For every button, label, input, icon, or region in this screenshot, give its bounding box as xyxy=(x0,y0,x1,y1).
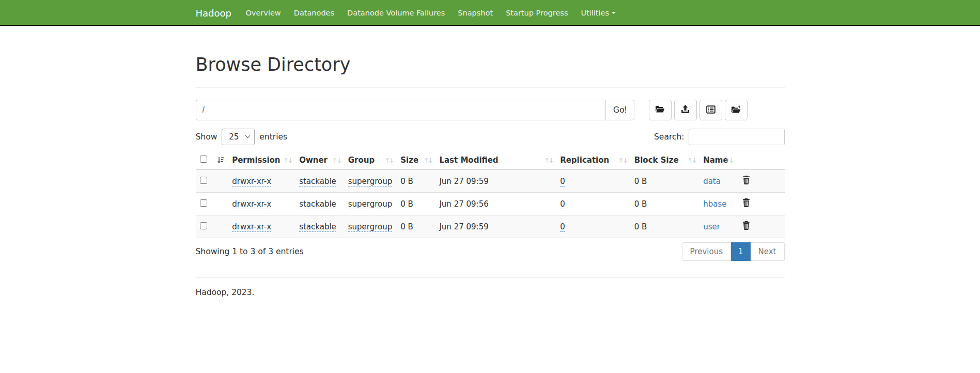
table-info: Showing 1 to 3 of 3 entries xyxy=(196,247,304,256)
size-value: 0 B xyxy=(400,222,413,231)
move-directory-button[interactable] xyxy=(725,100,748,120)
pagination-previous-button[interactable]: Previous xyxy=(682,242,731,261)
column-label: Block Size xyxy=(634,156,679,165)
folder-open-icon xyxy=(655,105,665,115)
permission-editable[interactable]: drwxr-xr-x xyxy=(232,177,271,186)
column-header-name[interactable]: Name↑↓ xyxy=(699,151,736,169)
page-length-control: Show 25 entries xyxy=(196,129,288,145)
replication-editable[interactable]: 0 xyxy=(560,199,565,209)
column-header-last-modified[interactable]: Last Modified↑↓ xyxy=(435,151,556,169)
datatable-footer: Showing 1 to 3 of 3 entries Previous 1 N… xyxy=(196,242,785,261)
column-label: Replication xyxy=(560,156,609,165)
delete-button[interactable] xyxy=(740,176,750,184)
table-row: drwxr-xr-x stackable supergroup 0 B Jun … xyxy=(196,215,785,238)
navbar-brand[interactable]: Hadoop xyxy=(188,8,239,19)
permission-editable[interactable]: drwxr-xr-x xyxy=(232,222,271,232)
explorer-action-buttons xyxy=(649,100,748,120)
search-input[interactable] xyxy=(689,129,785,145)
nav-item-datanodes[interactable]: Datanodes xyxy=(287,0,340,26)
list-alt-icon xyxy=(706,105,715,115)
top-navbar: Hadoop Overview Datanodes Datanode Volum… xyxy=(0,0,980,26)
group-editable[interactable]: supergroup xyxy=(348,199,393,209)
group-editable[interactable]: supergroup xyxy=(348,222,393,232)
trash-icon xyxy=(742,201,750,209)
column-header-owner[interactable]: Owner↑↓ xyxy=(295,151,344,169)
column-label: Owner xyxy=(299,156,328,165)
create-directory-button[interactable] xyxy=(649,100,672,120)
directory-link[interactable]: user xyxy=(703,222,720,231)
search-label: Search: xyxy=(654,132,684,142)
folder-move-icon xyxy=(731,105,741,115)
group-editable[interactable]: supergroup xyxy=(348,177,393,186)
permission-editable[interactable]: drwxr-xr-x xyxy=(232,199,271,209)
directory-link[interactable]: data xyxy=(703,177,721,186)
sort-both-icon: ↑↓ xyxy=(423,157,432,164)
path-input-group: Go! xyxy=(196,100,634,120)
sort-both-icon: ↑↓ xyxy=(544,157,553,164)
nav-item-utilities-label: Utilities xyxy=(581,9,609,17)
search-control: Search: xyxy=(654,129,784,145)
table-row: drwxr-xr-x stackable supergroup 0 B Jun … xyxy=(196,193,785,215)
last-modified-value: Jun 27 09:56 xyxy=(439,199,488,209)
column-label: Group xyxy=(348,156,375,165)
column-header-size[interactable]: Size↑↓ xyxy=(396,151,435,169)
column-label: Last Modified xyxy=(439,156,498,165)
navbar-links: Overview Datanodes Datanode Volume Failu… xyxy=(239,0,623,26)
select-all-checkbox[interactable] xyxy=(200,156,207,163)
delete-button[interactable] xyxy=(740,198,750,207)
nav-item-utilities[interactable]: Utilities xyxy=(574,0,623,26)
last-modified-value: Jun 27 09:59 xyxy=(439,222,488,231)
table-row: drwxr-xr-x stackable supergroup 0 B Jun … xyxy=(196,169,785,193)
row-select-checkbox[interactable] xyxy=(200,199,207,207)
column-header-permission[interactable]: Permission↑↓ xyxy=(228,151,295,169)
nav-item-datanode-volume-failures[interactable]: Datanode Volume Failures xyxy=(341,0,452,26)
table-header-row: Permission↑↓ Owner↑↓ Group↑↓ Size↑↓ Last… xyxy=(196,151,785,169)
page-header: Browse Directory xyxy=(196,54,785,88)
explorer-path-row: Go! xyxy=(196,100,785,120)
owner-editable[interactable]: stackable xyxy=(299,177,336,186)
sort-both-icon: ↑↓ xyxy=(687,157,696,164)
replication-editable[interactable]: 0 xyxy=(560,222,565,232)
column-header-actions xyxy=(736,151,785,169)
sort-both-icon: ↑↓ xyxy=(618,157,627,164)
owner-editable[interactable]: stackable xyxy=(299,199,336,209)
nav-item-startup-progress[interactable]: Startup Progress xyxy=(500,0,574,26)
directory-link[interactable]: hbase xyxy=(703,199,726,209)
column-header-group[interactable]: Group↑↓ xyxy=(344,151,396,169)
block-size-value: 0 B xyxy=(634,177,647,186)
row-select-checkbox[interactable] xyxy=(200,177,207,184)
replication-editable[interactable]: 0 xyxy=(560,177,565,186)
datatable-controls: Show 25 entries Search: xyxy=(196,129,785,145)
show-label: Show xyxy=(196,132,217,142)
directory-path-input[interactable] xyxy=(196,100,606,120)
column-header-block-size[interactable]: Block Size↑↓ xyxy=(630,151,699,169)
go-button[interactable]: Go! xyxy=(605,100,634,120)
footer-text: Hadoop, 2023. xyxy=(196,288,785,297)
pagination: Previous 1 Next xyxy=(682,242,785,261)
upload-icon xyxy=(681,105,690,115)
size-value: 0 B xyxy=(400,199,413,209)
upload-file-button[interactable] xyxy=(674,100,697,120)
sort-amount-asc-icon xyxy=(217,157,224,164)
pagination-page-1-button[interactable]: 1 xyxy=(731,242,751,261)
column-header-replication[interactable]: Replication↑↓ xyxy=(556,151,630,169)
pagination-next-button[interactable]: Next xyxy=(751,242,785,261)
sort-both-icon: ↑↓ xyxy=(724,157,733,164)
select-all-header[interactable] xyxy=(196,151,228,169)
size-value: 0 B xyxy=(400,177,413,186)
row-select-checkbox[interactable] xyxy=(200,222,207,229)
nav-item-overview[interactable]: Overview xyxy=(239,0,287,26)
page-length-select[interactable]: 25 xyxy=(222,129,255,145)
delete-button[interactable] xyxy=(740,221,750,230)
entries-label: entries xyxy=(259,132,287,142)
column-label: Size xyxy=(400,156,418,165)
directory-listing-table: Permission↑↓ Owner↑↓ Group↑↓ Size↑↓ Last… xyxy=(196,151,785,238)
column-label: Permission xyxy=(232,156,280,165)
block-size-value: 0 B xyxy=(634,222,647,231)
cut-paste-button[interactable] xyxy=(699,100,722,120)
owner-editable[interactable]: stackable xyxy=(299,222,336,232)
nav-item-snapshot[interactable]: Snapshot xyxy=(452,0,500,26)
last-modified-value: Jun 27 09:59 xyxy=(439,177,488,186)
page-title: Browse Directory xyxy=(196,54,785,75)
sort-both-icon: ↑↓ xyxy=(332,157,341,164)
